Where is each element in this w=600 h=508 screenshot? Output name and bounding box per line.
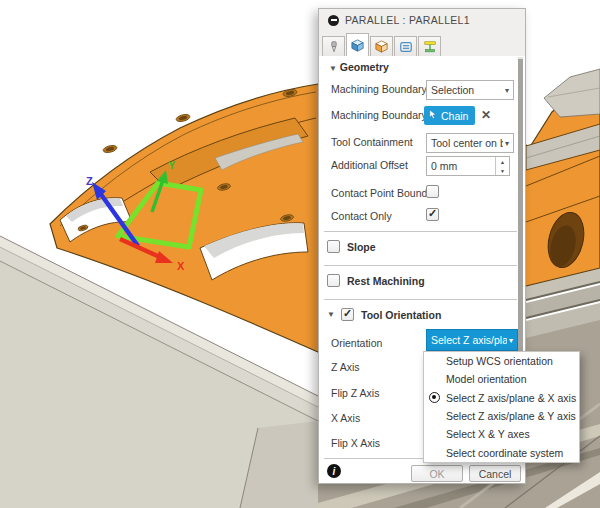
cursor-pointer-icon	[429, 109, 437, 122]
machining-boundary-label: Machining Boundary	[331, 83, 427, 95]
contact-point-boundary-label: Contact Point Bound...	[331, 187, 436, 199]
collapse-triangle-icon: ▼	[329, 64, 337, 73]
tool-orientation-section-header[interactable]: Tool Orientation	[361, 309, 441, 321]
linking-icon	[399, 40, 413, 54]
contact-only-label: Contact Only	[331, 210, 392, 222]
contact-point-boundary-checkbox[interactable]	[426, 185, 439, 198]
dialog-header[interactable]: PARALLEL : PARALLEL1	[319, 9, 525, 32]
additional-offset-stepper[interactable]: 0 mm ▲ ▼	[426, 156, 510, 176]
tab-geometry[interactable]	[346, 33, 369, 56]
tool-containment-select[interactable]: Tool center on b... ▾	[426, 133, 514, 153]
slope-section-header[interactable]: Slope	[347, 241, 376, 253]
chevron-down-icon: ▾	[505, 86, 509, 95]
menu-item-model-orientation[interactable]: Model orientation	[424, 370, 579, 388]
checkmark-icon: ✓	[343, 308, 352, 319]
dialog-tab-strip	[319, 31, 525, 57]
chevron-down-icon: ▾	[505, 139, 509, 148]
contact-only-checkbox[interactable]: ✓	[426, 208, 439, 221]
setup-stock-icon	[423, 40, 437, 54]
chevron-down-icon: ▾	[509, 336, 513, 345]
checkmark-icon: ✓	[428, 208, 437, 219]
dialog-title: PARALLEL : PARALLEL1	[345, 14, 470, 26]
operation-status-icon	[328, 15, 339, 26]
section-divider	[324, 265, 517, 266]
info-icon[interactable]: i	[327, 464, 341, 478]
app-window: Z Y X PARALLEL : PARALLEL1	[0, 0, 600, 508]
menu-item-select-z-y[interactable]: Select Z axis/plane & Y axis	[424, 407, 579, 425]
tab-linking[interactable]	[394, 36, 417, 56]
slope-enable-checkbox[interactable]	[327, 240, 340, 253]
cancel-button[interactable]: Cancel	[469, 465, 521, 482]
menu-item-select-x-y[interactable]: Select X & Y axes	[424, 425, 579, 443]
ok-button[interactable]: OK	[411, 465, 463, 482]
spinner-up-icon[interactable]: ▲	[496, 157, 509, 166]
flip-x-axis-row-label: Flip X Axis	[331, 437, 380, 449]
orientation-select[interactable]: Select Z axis/pla... ▾	[426, 329, 518, 351]
machining-boundary-selection-label: Machining Boundary ...	[331, 109, 438, 121]
orientation-label: Orientation	[331, 337, 382, 349]
geometry-cube-icon	[350, 38, 365, 53]
rest-machining-section-header[interactable]: Rest Machining	[347, 275, 425, 287]
x-axis-row-label: X Axis	[331, 412, 360, 424]
tab-setup[interactable]	[418, 36, 441, 56]
tab-passes[interactable]	[370, 36, 393, 56]
orientation-dropdown-menu: Setup WCS orientation Model orientation …	[423, 351, 580, 463]
chain-selection-chip[interactable]: Chain	[424, 106, 475, 125]
section-divider	[324, 231, 517, 232]
selected-radio-icon	[429, 392, 440, 403]
tool-containment-label: Tool Containment	[331, 136, 413, 148]
tool-cutter-icon	[327, 40, 341, 54]
section-divider	[324, 299, 517, 300]
passes-cube-icon	[374, 39, 389, 54]
y-axis-label: Y	[168, 159, 176, 171]
menu-item-select-coordinate-system[interactable]: Select coordinate system	[424, 443, 579, 461]
flip-z-axis-row-label: Flip Z Axis	[331, 387, 379, 399]
collapse-triangle-icon[interactable]: ▼	[327, 310, 335, 319]
additional-offset-label: Additional Offset	[331, 159, 408, 171]
x-axis-label: X	[177, 260, 185, 272]
tab-tool[interactable]	[322, 36, 345, 56]
menu-item-setup-wcs[interactable]: Setup WCS orientation	[424, 352, 579, 370]
fixture-slab-top	[544, 69, 600, 117]
rest-machining-checkbox[interactable]	[327, 274, 340, 287]
z-axis-row-label: Z Axis	[331, 361, 360, 373]
geometry-section-header[interactable]: ▼ Geometry	[329, 61, 389, 73]
z-axis-label: Z	[86, 175, 93, 187]
menu-item-select-z-x[interactable]: Select Z axis/plane & X axis	[424, 389, 579, 407]
tool-orientation-checkbox[interactable]: ✓	[341, 308, 354, 321]
clear-selection-icon[interactable]: ✕	[481, 108, 491, 122]
machining-boundary-select[interactable]: Selection ▾	[426, 80, 514, 100]
spinner-down-icon[interactable]: ▼	[496, 166, 509, 175]
